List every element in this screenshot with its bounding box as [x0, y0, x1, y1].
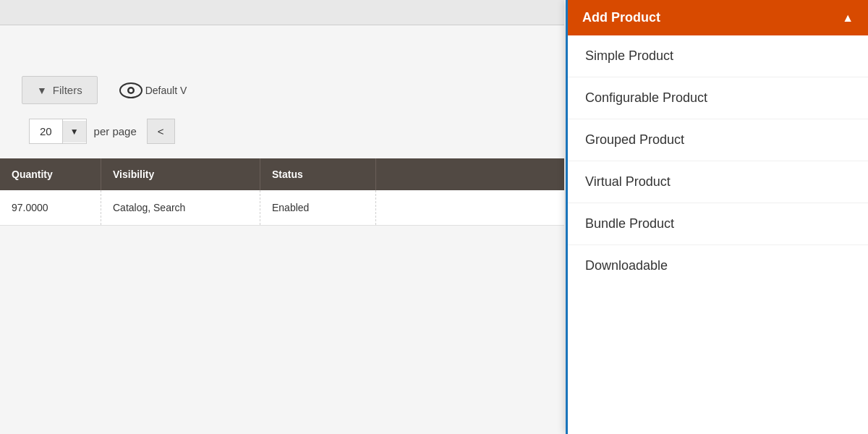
- add-product-dropdown: Add Product ▲ Simple Product Configurabl…: [566, 0, 868, 434]
- dropdown-arrow-icon: ▲: [842, 12, 854, 25]
- per-page-select[interactable]: 20 ▼: [29, 119, 87, 144]
- svg-point-2: [129, 88, 132, 92]
- td-visibility: Catalog, Search: [101, 190, 260, 225]
- th-status: Status: [260, 158, 376, 190]
- table-header: Quantity Visibility Status: [0, 158, 564, 190]
- dropdown-header: Add Product ▲: [568, 0, 868, 35]
- td-rest: [376, 190, 564, 225]
- menu-item-bundle[interactable]: Bundle Product: [568, 203, 868, 245]
- filter-icon: ▼: [37, 85, 47, 96]
- table-row[interactable]: 97.0000 Catalog, Search Enabled: [0, 190, 564, 226]
- product-type-menu: Simple Product Configurable Product Grou…: [568, 35, 868, 286]
- th-rest: [376, 158, 564, 190]
- per-page-label: per page: [94, 125, 137, 137]
- columns-button[interactable]: Default V: [119, 82, 187, 98]
- eye-icon: [119, 82, 142, 98]
- main-area: ▼ Filters Default V 20 ▼ per page <: [0, 0, 564, 434]
- filters-row: ▼ Filters Default V: [22, 47, 542, 104]
- menu-item-simple[interactable]: Simple Product: [568, 35, 868, 77]
- td-quantity: 97.0000: [0, 190, 101, 225]
- menu-item-downloadable[interactable]: Downloadable: [568, 245, 868, 286]
- toolbar-area: ▼ Filters Default V 20 ▼ per page <: [0, 25, 564, 151]
- dropdown-title: Add Product: [582, 10, 660, 25]
- default-view-label: Default V: [145, 85, 187, 96]
- menu-item-virtual[interactable]: Virtual Product: [568, 161, 868, 203]
- per-page-value: 20: [30, 119, 63, 143]
- products-table: Quantity Visibility Status 97.0000 Catal…: [0, 158, 564, 226]
- filters-label: Filters: [53, 84, 82, 96]
- prev-icon: <: [158, 125, 164, 137]
- pagination-row: 20 ▼ per page <: [22, 119, 542, 144]
- th-visibility: Visibility: [101, 158, 260, 190]
- menu-item-configurable[interactable]: Configurable Product: [568, 77, 868, 119]
- prev-page-button[interactable]: <: [147, 119, 175, 144]
- menu-item-grouped[interactable]: Grouped Product: [568, 119, 868, 161]
- td-status: Enabled: [260, 190, 376, 225]
- top-bar: [0, 0, 564, 25]
- filters-button[interactable]: ▼ Filters: [22, 76, 98, 104]
- th-quantity: Quantity: [0, 158, 101, 190]
- per-page-arrow-icon[interactable]: ▼: [63, 121, 86, 142]
